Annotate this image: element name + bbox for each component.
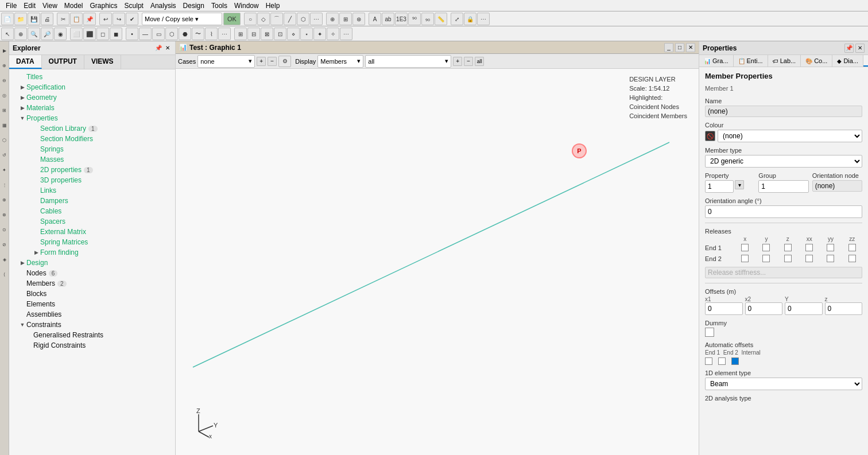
prop-property-input[interactable]	[705, 180, 734, 193]
strip-btn-8[interactable]: ↺	[1, 148, 9, 162]
tree-item-assemblies[interactable]: Assemblies	[9, 309, 175, 320]
strip-btn-14[interactable]: ⊘	[1, 238, 9, 251]
strip-btn-10[interactable]: ⋮	[1, 178, 9, 192]
menu-analysis[interactable]: Analysis	[147, 2, 180, 10]
menu-edit[interactable]: Edit	[20, 2, 39, 10]
move-copy-dropdown[interactable]: Move / Copy sele ▾	[142, 13, 222, 25]
tb2-sym5[interactable]: ⋄	[287, 28, 300, 40]
tb-sup[interactable]: ⁹⁰	[408, 13, 421, 25]
tree-item-spring-matrices[interactable]: Spring Matrices	[9, 237, 175, 247]
tree-item-section-library[interactable]: Section Library 1	[9, 123, 175, 134]
menu-tools[interactable]: Tools	[208, 2, 231, 10]
tb-more1[interactable]: ⋯	[310, 13, 323, 25]
strip-btn-2[interactable]: ⊕	[1, 59, 9, 72]
member-type-select[interactable]: 2D generic	[705, 155, 862, 168]
tree-item-materials[interactable]: ▶ Materials	[9, 103, 175, 113]
tb-text[interactable]: A	[369, 13, 381, 25]
auto-off-internal-checkbox[interactable]	[731, 357, 739, 365]
explorer-close-icon[interactable]: ✕	[164, 44, 172, 52]
end2-y-checkbox[interactable]	[762, 255, 770, 262]
rp-tab-co[interactable]: 🎨 Co...	[801, 55, 832, 67]
display-dropdown[interactable]: Members ▾	[317, 55, 363, 68]
prop-property-dropdown[interactable]: ▾	[735, 180, 744, 189]
menu-file[interactable]: File	[2, 2, 20, 10]
tb-save[interactable]: 💾	[28, 13, 40, 25]
rp-tab-pro[interactable]: ⚙ Pro...	[863, 55, 868, 67]
prop-orientation-angle-input[interactable]	[705, 205, 862, 218]
end2-x-checkbox[interactable]	[741, 255, 749, 262]
tb2-view3[interactable]: ◻	[96, 28, 109, 40]
tb2-face[interactable]: ⬡	[165, 28, 178, 40]
viewport-minimize[interactable]: _	[664, 43, 673, 52]
tb-snap[interactable]: ⊕	[326, 13, 339, 25]
end1-z-checkbox[interactable]	[784, 244, 792, 251]
tb-resize[interactable]: ⤢	[451, 13, 463, 25]
prop-group-input[interactable]	[758, 180, 808, 193]
tb2-node[interactable]: •	[126, 28, 138, 40]
tree-item-springs[interactable]: Springs	[9, 144, 175, 154]
end1-x-checkbox[interactable]	[741, 244, 749, 251]
menu-view[interactable]: View	[39, 2, 61, 10]
tb2-more[interactable]: ⋯	[218, 28, 231, 40]
tree-item-masses[interactable]: Masses	[9, 154, 175, 165]
tb-copy[interactable]: 📋	[70, 13, 83, 25]
tb-open[interactable]: 📁	[14, 13, 27, 25]
right-panel-pin[interactable]: 📌	[844, 44, 854, 53]
explorer-pin-icon[interactable]: 📌	[154, 44, 162, 52]
tree-item-dampers[interactable]: Dampers	[9, 196, 175, 206]
offset-y-input[interactable]	[785, 302, 823, 315]
strip-btn-4[interactable]: ◎	[1, 88, 9, 102]
end1-zz-checkbox[interactable]	[848, 244, 856, 251]
end2-xx-checkbox[interactable]	[805, 255, 813, 262]
strip-btn-9[interactable]: ✦	[1, 163, 9, 177]
tb-font[interactable]: ab	[382, 13, 394, 25]
tb2-circle2[interactable]: ◉	[54, 28, 67, 40]
tb2-sym3[interactable]: ⊠	[261, 28, 273, 40]
tb2-zoom-box[interactable]: 🔍	[28, 28, 40, 40]
tb-ruler[interactable]: 📏	[435, 13, 447, 25]
tb2-sym6[interactable]: ⋆	[300, 28, 313, 40]
view-remove[interactable]: −	[464, 57, 473, 66]
cases-settings[interactable]: ⚙	[278, 56, 291, 67]
tb2-member[interactable]: —	[139, 28, 152, 40]
tree-item-external-matrix[interactable]: External Matrix	[9, 227, 175, 237]
rp-tab-dia[interactable]: ◆ Dia...	[832, 55, 863, 67]
menu-design[interactable]: Design	[180, 2, 208, 10]
tree-item-form-finding[interactable]: ▶ Form finding	[9, 247, 175, 258]
end1-xx-checkbox[interactable]	[805, 244, 813, 251]
tree-item-rigid-constraints[interactable]: Rigid Constraints	[9, 340, 175, 351]
cases-remove[interactable]: −	[268, 57, 277, 66]
explorer-tab-data[interactable]: DATA	[9, 55, 42, 69]
tb2-spring[interactable]: ⌇	[205, 28, 218, 40]
menu-help[interactable]: Help	[262, 2, 284, 10]
tb-sub[interactable]: ₉₀	[421, 13, 434, 25]
tree-item-titles[interactable]: Titles	[9, 72, 175, 82]
tb2-zoom-in[interactable]: 🔎	[41, 28, 53, 40]
tb2-select[interactable]: ↖	[1, 28, 14, 40]
tree-item-section-modifiers[interactable]: Section Modifiers	[9, 134, 175, 144]
tree-item-properties[interactable]: ▼ Properties	[9, 113, 175, 123]
tb-undo[interactable]: ↩	[99, 13, 112, 25]
tree-item-design[interactable]: ▶ Design	[9, 258, 175, 268]
tree-item-constraints[interactable]: ▼ Constraints	[9, 320, 175, 330]
rp-tab-enti[interactable]: 📋 Enti...	[734, 55, 768, 67]
offset-x2-input[interactable]	[745, 302, 783, 315]
strip-btn-5[interactable]: ⊞	[1, 103, 9, 117]
strip-btn-16[interactable]: ⟨	[1, 267, 9, 281]
tree-item-links[interactable]: Links	[9, 185, 175, 196]
offset-x1-input[interactable]	[705, 302, 743, 315]
end1-yy-checkbox[interactable]	[827, 244, 834, 251]
right-panel-close[interactable]: ✕	[855, 44, 865, 53]
tree-item-cables[interactable]: Cables	[9, 206, 175, 216]
strip-btn-7[interactable]: ⬡	[1, 133, 9, 147]
tb2-sym7[interactable]: ✦	[313, 28, 326, 40]
tb-new[interactable]: 📄	[1, 13, 14, 25]
tb-circle[interactable]: ○	[244, 13, 257, 25]
rp-tab-lab[interactable]: 🏷 Lab...	[768, 55, 801, 67]
tb-ok[interactable]: OK	[223, 13, 241, 25]
tb-line[interactable]: ╱	[284, 13, 296, 25]
view-info[interactable]: all	[475, 57, 484, 66]
menu-graphics[interactable]: Graphics	[87, 2, 121, 10]
tb2-add[interactable]: ⊕	[14, 28, 27, 40]
strip-btn-12[interactable]: ⊗	[1, 208, 9, 221]
